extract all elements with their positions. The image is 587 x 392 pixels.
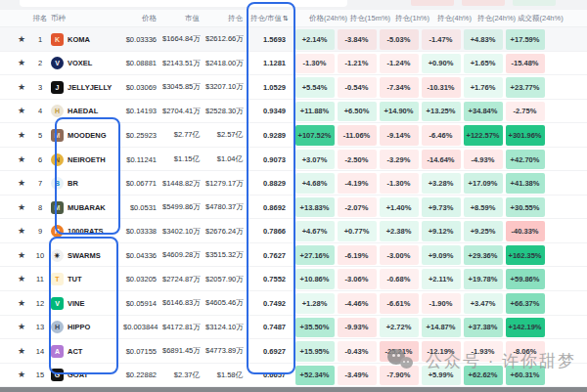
- coin-name: HIPPO: [68, 323, 90, 331]
- coin-cell[interactable]: VVOXEL: [51, 57, 123, 69]
- change-cell: +9.25%: [462, 219, 504, 243]
- favorite-star-button[interactable]: ★: [14, 107, 29, 115]
- table-row[interactable]: ★1KKOMA$0.03336$1664.84万$2612.66万1.5693+…: [0, 27, 587, 52]
- change-cell: +9.73%: [420, 196, 462, 220]
- favorite-star-button[interactable]: ★: [14, 35, 29, 44]
- change-value: -11.06%: [338, 125, 377, 146]
- favorite-star-button[interactable]: ★: [14, 131, 29, 140]
- favorite-star-button[interactable]: ★: [14, 370, 29, 379]
- column-header-ratio[interactable]: 持仓/市值⇅: [250, 14, 294, 23]
- table-row[interactable]: ★15GGOAT$0.22882$2.37亿$1.58亿0.6657+52.34…: [0, 364, 587, 388]
- change-cell: -4.46%: [336, 291, 378, 316]
- favorite-star-button[interactable]: ★: [14, 347, 29, 356]
- column-header-pct[interactable]: 成交额(24h%): [518, 14, 560, 23]
- change-cell: -1.90%: [420, 291, 462, 316]
- change-value: +19.78%: [464, 269, 503, 289]
- table-row[interactable]: ★7BBR$0.06771$1448.82万$1279.17万0.8829+4.…: [0, 171, 587, 196]
- favorite-star-button[interactable]: ★: [14, 299, 29, 308]
- table-row[interactable]: ★9R1000RATS$0.03338$3402.10万$2676.24万0.7…: [0, 219, 587, 243]
- coin-cell[interactable]: KKOMA: [51, 33, 123, 46]
- column-header-pct[interactable]: 持仓(4h%): [433, 14, 475, 23]
- favorite-star-button[interactable]: ★: [14, 203, 29, 212]
- column-header-rank[interactable]: 排名: [29, 14, 51, 23]
- change-cell: -12.19%: [420, 339, 462, 364]
- pct-header-overlay: 价格(24h%)持仓(15m%)持仓(1h%)持仓(4h%)持仓(24h%)成交…: [307, 10, 560, 27]
- holdings-value: $2.57亿: [205, 130, 250, 140]
- rank-label: 11: [29, 275, 51, 283]
- change-cell: +0.90%: [420, 52, 462, 76]
- coin-cell[interactable]: MMOODENG: [51, 129, 123, 142]
- cropped-cell-sliver: [462, 0, 505, 6]
- coin-name: TUT: [68, 275, 82, 283]
- rank-label: 3: [29, 83, 51, 92]
- column-header-pct[interactable]: 持仓(15m%): [349, 14, 391, 23]
- price-value: $0.03338: [123, 227, 162, 236]
- table-row[interactable]: ★4HHAEDAL$0.14193$2704.41万$2528.30万0.934…: [0, 100, 587, 124]
- coin-cell[interactable]: TTUT: [51, 273, 123, 285]
- column-header-coin[interactable]: 币种: [51, 14, 123, 23]
- coin-cell[interactable]: NNEIROETH: [51, 153, 123, 166]
- swarms-icon: ✳: [51, 249, 64, 262]
- favorite-star-button[interactable]: ★: [14, 155, 29, 164]
- change-cell: -2.75%: [504, 100, 546, 124]
- change-cell: -5.03%: [378, 27, 420, 52]
- price-value: $0.22882: [123, 370, 162, 379]
- change-value: +9.25%: [464, 221, 503, 241]
- rank-label: 9: [29, 227, 51, 236]
- column-header-pct[interactable]: 持仓(1h%): [391, 14, 433, 23]
- rank-label: 5: [29, 131, 51, 140]
- table-row[interactable]: ★8MMUBARAK$0.0531$5499.86万$4780.37万0.869…: [0, 196, 587, 220]
- favorite-star-button[interactable]: ★: [14, 179, 29, 188]
- toolbar-remnant: [20, 0, 347, 7]
- column-header-price[interactable]: 价格: [123, 14, 162, 23]
- coin-cell[interactable]: JJELLYJELLY: [51, 81, 123, 94]
- favorite-star-button[interactable]: ★: [14, 323, 29, 331]
- sort-icon[interactable]: ⇅: [283, 15, 289, 22]
- column-header-market-cap[interactable]: 市值: [162, 14, 205, 23]
- change-cell: +35.50%: [294, 316, 336, 340]
- change-cell: +30.55%: [504, 196, 546, 220]
- coin-cell[interactable]: MMUBARAK: [51, 201, 123, 214]
- column-header-pct[interactable]: 持仓(24h%): [475, 14, 518, 23]
- favorite-star-button[interactable]: ★: [14, 83, 29, 92]
- column-header-holdings[interactable]: 持仓: [205, 14, 250, 23]
- change-value: +2.14%: [295, 29, 335, 50]
- coin-cell[interactable]: HHAEDAL: [51, 105, 123, 117]
- change-value: -4.93%: [464, 150, 503, 170]
- table-row[interactable]: ★12VVINE$0.05914$6146.83万$4605.46万0.7492…: [0, 291, 587, 316]
- change-cell: -2.50%: [336, 148, 378, 172]
- change-value: -3.49%: [338, 366, 377, 386]
- favorite-star-button[interactable]: ★: [14, 227, 29, 236]
- change-value: +3.07%: [295, 150, 335, 170]
- change-value: +2.38%: [380, 221, 419, 241]
- change-cell: -0.68%: [378, 267, 420, 291]
- table-row[interactable]: ★2VVOXEL$0.08881$2143.51万$2418.00万1.1281…: [0, 52, 587, 76]
- ratio-value: 0.7487: [250, 323, 294, 331]
- change-cell: -14.64%: [420, 148, 462, 172]
- coin-cell[interactable]: ✳SWARMS: [51, 249, 123, 262]
- coin-cell[interactable]: VVINE: [51, 297, 123, 310]
- table-row[interactable]: ★10✳SWARMS$0.04336$4609.28万$3515.32万0.76…: [0, 243, 587, 268]
- table-row[interactable]: ★5MMOODENG$0.25923$2.77亿$2.57亿0.9289+107…: [0, 123, 587, 148]
- ratio-value: 1.0529: [250, 83, 294, 92]
- change-value: -2.75%: [506, 102, 545, 122]
- favorite-star-button[interactable]: ★: [14, 275, 29, 283]
- column-header-pct[interactable]: 价格(24h%): [307, 14, 349, 23]
- favorite-star-button[interactable]: ★: [14, 59, 29, 67]
- table-row[interactable]: ★11TTUT$0.03205$2724.87万$2057.90万0.7552+…: [0, 267, 587, 291]
- table-row[interactable]: ★6NNEIROETH$0.11241$1.15亿$1.04亿0.9073+3.…: [0, 148, 587, 172]
- coin-cell[interactable]: HHIPPO: [51, 321, 123, 333]
- table-row[interactable]: ★3JJELLYJELLY$0.03069$3045.85万$3207.10万1…: [0, 75, 587, 100]
- coin-cell[interactable]: R1000RATS: [51, 225, 123, 238]
- favorite-star-button[interactable]: ★: [14, 251, 29, 260]
- change-cell: +142.19%: [504, 316, 546, 340]
- table-row[interactable]: ★14AACT$0.07155$6891.45万$4773.89万0.6927+…: [0, 339, 587, 364]
- coin-cell[interactable]: BBR: [51, 177, 123, 190]
- coin-cell[interactable]: AACT: [51, 345, 123, 358]
- table-row[interactable]: ★13HHIPPO$0.003844$4172.81万$3124.10万0.74…: [0, 316, 587, 340]
- change-value: -15.48%: [506, 54, 545, 74]
- holdings-value: $4780.37万: [205, 202, 250, 212]
- change-cell: -1.21%: [336, 52, 378, 76]
- coin-cell[interactable]: GGOAT: [51, 369, 123, 381]
- change-cell: +17.59%: [504, 27, 546, 52]
